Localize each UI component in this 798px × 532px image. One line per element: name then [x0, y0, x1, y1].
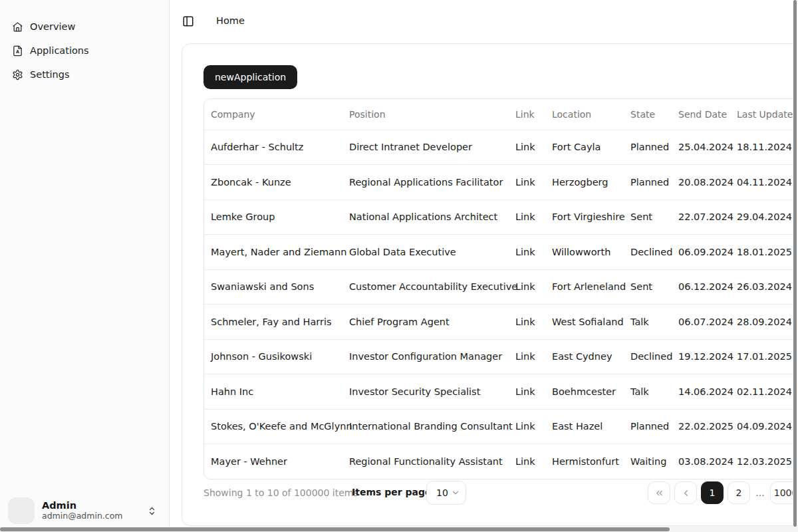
- cell-position: Regional Applications Facilitator: [342, 165, 509, 200]
- column-header-state: State: [624, 99, 672, 130]
- cell-state: Waiting: [624, 444, 672, 479]
- row-link[interactable]: Link: [509, 130, 545, 165]
- cell-last-update: 04.11.2024 12:3: [730, 165, 798, 200]
- cell-send-date: 22.02.2025: [672, 409, 730, 444]
- horizontal-scrollbar-thumb[interactable]: [0, 527, 670, 531]
- sidebar-item-applications[interactable]: A Applications: [5, 40, 164, 61]
- cell-state: Talk: [624, 305, 672, 340]
- row-link[interactable]: Link: [509, 165, 545, 200]
- cell-state: Talk: [624, 374, 672, 410]
- cell-position: Global Data Executive: [342, 235, 509, 270]
- applications-table: Company Position Link Location State Sen…: [203, 98, 798, 479]
- sidebar-item-settings[interactable]: Settings: [5, 64, 164, 85]
- column-header-last-update: Last Update: [730, 99, 798, 130]
- cell-position: National Applications Architect: [342, 200, 509, 235]
- column-header-company: Company: [204, 99, 342, 130]
- cell-company: Stokes, O'Keefe and McGlynn: [204, 409, 342, 444]
- row-link[interactable]: Link: [509, 200, 545, 235]
- cell-last-update: 04.09.2024 02:4: [730, 409, 798, 444]
- pagination-prev-button[interactable]: [674, 481, 697, 504]
- panel-left-icon: [182, 15, 194, 27]
- row-link[interactable]: Link: [509, 339, 545, 374]
- table-row: Mayert, Nader and Ziemann Global Data Ex…: [204, 235, 798, 270]
- cell-company: Mayer - Wehner: [204, 444, 342, 479]
- user-email: admin@admin.com: [42, 511, 123, 521]
- cell-state: Planned: [624, 165, 672, 200]
- pagination-page-1-button[interactable]: 1: [701, 481, 724, 504]
- cell-company: Schmeler, Fay and Harris: [204, 305, 342, 340]
- chevron-down-icon: [451, 488, 460, 497]
- table-row: Schmeler, Fay and Harris Chief Program A…: [204, 305, 798, 340]
- file-a-icon: A: [12, 45, 23, 57]
- sidebar-item-overview[interactable]: Overview: [5, 16, 164, 37]
- cell-last-update: 17.01.2025 12:1: [730, 339, 798, 374]
- pagination-page-2-button[interactable]: 2: [728, 481, 750, 504]
- cell-state: Declined: [624, 339, 672, 374]
- cell-state: Sent: [624, 269, 672, 305]
- table-row: Mayer - Wehner Regional Functionality As…: [204, 444, 798, 479]
- cell-send-date: 14.06.2024: [672, 374, 730, 410]
- sidebar-item-label: Settings: [30, 69, 69, 80]
- cell-company: Aufderhar - Schultz: [204, 130, 342, 165]
- cell-position: International Branding Consultant: [342, 409, 509, 444]
- pagination-ellipsis: ...: [754, 487, 766, 498]
- sidebar-toggle-button[interactable]: [182, 15, 194, 27]
- cell-last-update: 18.01.2025 15:2: [730, 235, 798, 270]
- column-header-position: Position: [342, 99, 509, 130]
- pagination-first-button[interactable]: [648, 481, 670, 504]
- new-application-button[interactable]: newApplication: [203, 65, 297, 89]
- cell-last-update: 29.04.2024 09:4: [730, 200, 798, 235]
- cell-location: Willowworth: [545, 235, 624, 270]
- row-link[interactable]: Link: [509, 444, 545, 479]
- cell-send-date: 03.08.2024: [672, 444, 730, 479]
- cell-location: Herzogberg: [545, 165, 624, 200]
- breadcrumb[interactable]: Home: [216, 15, 245, 26]
- cell-last-update: 26.03.2024 08:2: [730, 269, 798, 305]
- cell-company: Lemke Group: [204, 200, 342, 235]
- cell-state: Planned: [624, 130, 672, 165]
- cell-send-date: 06.09.2024: [672, 235, 730, 270]
- vertical-scrollbar-thumb[interactable]: [793, 0, 797, 527]
- cell-location: East Hazel: [545, 409, 624, 444]
- cell-send-date: 19.12.2024: [672, 339, 730, 374]
- cell-send-date: 22.07.2024: [672, 200, 730, 235]
- horizontal-scrollbar: [0, 527, 798, 532]
- cell-state: Sent: [624, 200, 672, 235]
- row-link[interactable]: Link: [509, 235, 545, 270]
- cell-location: Fort Cayla: [545, 130, 624, 165]
- user-menu-button[interactable]: Admin admin@admin.com: [8, 496, 162, 525]
- cell-position: Regional Functionality Assistant: [342, 444, 509, 479]
- cell-company: Mayert, Nader and Ziemann: [204, 235, 342, 270]
- cell-position: Customer Accountability Executive: [342, 269, 509, 305]
- row-link[interactable]: Link: [509, 374, 545, 410]
- cell-company: Johnson - Gusikowski: [204, 339, 342, 374]
- cell-last-update: 12.03.2025 01:0: [730, 444, 798, 479]
- sidebar-item-label: Applications: [30, 45, 89, 56]
- table-row: Zboncak - Kunze Regional Applications Fa…: [204, 165, 798, 200]
- cell-company: Zboncak - Kunze: [204, 165, 342, 200]
- cell-company: Hahn Inc: [204, 374, 342, 410]
- cell-state: Planned: [624, 409, 672, 444]
- cell-position: Chief Program Agent: [342, 305, 509, 340]
- table-row: Stokes, O'Keefe and McGlynn Internationa…: [204, 409, 798, 444]
- cell-send-date: 06.07.2024: [672, 305, 730, 340]
- cell-location: East Cydney: [545, 339, 624, 374]
- cell-location: West Sofialand: [545, 305, 624, 340]
- svg-text:A: A: [16, 49, 19, 55]
- table-header-row: Company Position Link Location State Sen…: [204, 99, 798, 130]
- avatar: [8, 497, 35, 524]
- cell-send-date: 20.08.2024: [672, 165, 730, 200]
- chevrons-left-icon: [654, 488, 664, 498]
- sidebar-item-label: Overview: [30, 21, 75, 32]
- chevron-left-icon: [681, 488, 691, 498]
- cell-location: Boehmcester: [545, 374, 624, 410]
- cell-last-update: 28.09.2024 00:2: [730, 305, 798, 340]
- cell-location: Fort Arleneland: [545, 269, 624, 305]
- items-per-page-select[interactable]: 10: [426, 481, 466, 505]
- row-link[interactable]: Link: [509, 409, 545, 444]
- items-per-page-label: Items per page: [352, 485, 431, 499]
- table-row: Lemke Group National Applications Archit…: [204, 200, 798, 235]
- row-link[interactable]: Link: [509, 305, 545, 340]
- cell-company: Swaniawski and Sons: [204, 269, 342, 305]
- cell-position: Direct Intranet Developer: [342, 130, 509, 165]
